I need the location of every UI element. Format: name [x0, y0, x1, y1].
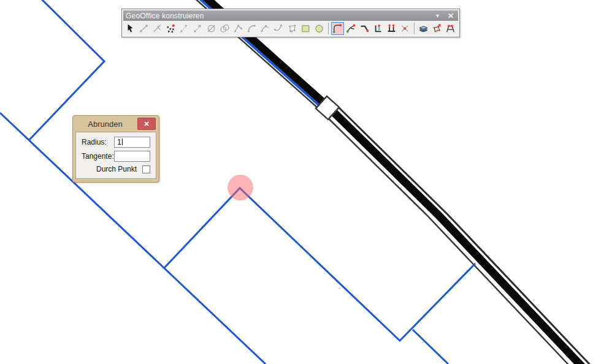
road-band [204, 0, 604, 364]
trim-segment-button[interactable] [372, 22, 384, 35]
toolbar-icon-row [123, 21, 458, 36]
move-polygon-button[interactable] [430, 22, 443, 35]
toolbar-options-chevron-icon[interactable]: ▼ [435, 13, 440, 19]
fillet-radius-icon [332, 23, 343, 34]
arc-three-points-icon [247, 23, 257, 34]
fillet-tangent-button[interactable] [345, 22, 358, 35]
arc-radius-button[interactable] [272, 22, 285, 35]
radius-input[interactable]: 1 [114, 137, 150, 148]
measure-frame-icon [445, 23, 456, 34]
toolbar-window: GeoOffice konstruieren ▼ ✕ [121, 9, 460, 37]
split-segment-button[interactable] [385, 22, 398, 35]
durch-punkt-label: Durch Punkt [96, 165, 137, 173]
construct-polyline-icon [233, 23, 243, 34]
toolbar-separator [328, 23, 329, 34]
arc-tangent-button[interactable] [259, 22, 272, 35]
construct-polyline-button[interactable] [232, 22, 245, 35]
dialog-close-button[interactable]: ✕ [137, 118, 156, 130]
parcel-line [164, 188, 475, 341]
abrunden-dialog-titlebar[interactable]: Abrunden ✕ [73, 116, 159, 132]
construct-circle-icon [314, 23, 324, 34]
radius-value: 1 [117, 138, 121, 146]
toolbar-title: GeoOffice konstruieren [126, 12, 435, 20]
layers-icon [418, 23, 429, 34]
trim-segment-icon [373, 23, 383, 34]
points-insert-button[interactable] [191, 22, 204, 35]
select-pointer-button[interactable] [124, 22, 137, 35]
split-segment-icon [386, 23, 397, 34]
tangente-row: Tangente: [76, 149, 156, 163]
construct-polygon-button[interactable] [286, 22, 299, 35]
corner-point-button[interactable] [358, 22, 371, 35]
point-sequence-icon [166, 23, 176, 34]
vertex-highlight-circle [228, 175, 253, 200]
text-caret [122, 138, 123, 145]
intersection-point-icon [400, 23, 410, 34]
toolbar-separator [414, 23, 415, 34]
arc-three-points-button[interactable] [245, 22, 258, 35]
arc-tangent-icon [260, 23, 270, 34]
points-insert-icon [193, 23, 203, 34]
construct-ellipse-button[interactable] [205, 22, 218, 35]
points-append-icon [179, 23, 189, 34]
parcel-line [413, 330, 448, 364]
tangente-input[interactable] [114, 151, 150, 162]
construct-line-icon [139, 23, 149, 34]
toolbar-titlebar[interactable]: GeoOffice konstruieren ▼ ✕ [123, 10, 458, 21]
fillet-radius-button[interactable] [331, 22, 344, 35]
circle-intersect-icon [220, 23, 230, 34]
arc-radius-icon [273, 23, 284, 34]
corner-point-icon [359, 23, 370, 34]
fillet-tangent-icon [346, 23, 356, 34]
radius-label: Radius: [82, 138, 114, 146]
measure-frame-button[interactable] [444, 22, 457, 35]
circle-intersect-button[interactable] [218, 22, 231, 35]
abrunden-dialog-body: Radius: 1 Tangente: Durch Punkt [75, 132, 156, 179]
abrunden-dialog: Abrunden ✕ Radius: 1 Tangente: Durch Pun… [72, 115, 159, 183]
road-casing-lower [339, 108, 612, 364]
points-append-button[interactable] [178, 22, 191, 35]
radius-row: Radius: 1 [76, 135, 156, 149]
construct-circle-button[interactable] [313, 22, 326, 35]
construct-ellipse-icon [206, 23, 216, 34]
abrunden-dialog-title: Abrunden [73, 119, 137, 129]
intersection-point-button[interactable] [399, 22, 411, 35]
layers-button[interactable] [417, 22, 430, 35]
tangente-label: Tangente: [82, 152, 114, 161]
construct-rectangle-button[interactable] [299, 22, 312, 35]
line-intersect-button[interactable] [151, 22, 164, 35]
point-sequence-button[interactable] [164, 22, 177, 35]
toolbar-close-icon[interactable]: ✕ [448, 12, 454, 20]
move-polygon-icon [432, 23, 442, 34]
line-intersect-icon [152, 23, 163, 34]
construct-rectangle-icon [300, 23, 311, 34]
application-window: GeoOffice konstruieren ▼ ✕ Abrunden ✕ Ra… [0, 0, 612, 364]
construct-line-button[interactable] [137, 22, 150, 35]
select-pointer-icon [125, 23, 136, 34]
durch-punkt-checkbox[interactable] [142, 165, 150, 173]
construct-polygon-icon [287, 23, 297, 34]
durch-punkt-row: Durch Punkt [76, 163, 156, 175]
